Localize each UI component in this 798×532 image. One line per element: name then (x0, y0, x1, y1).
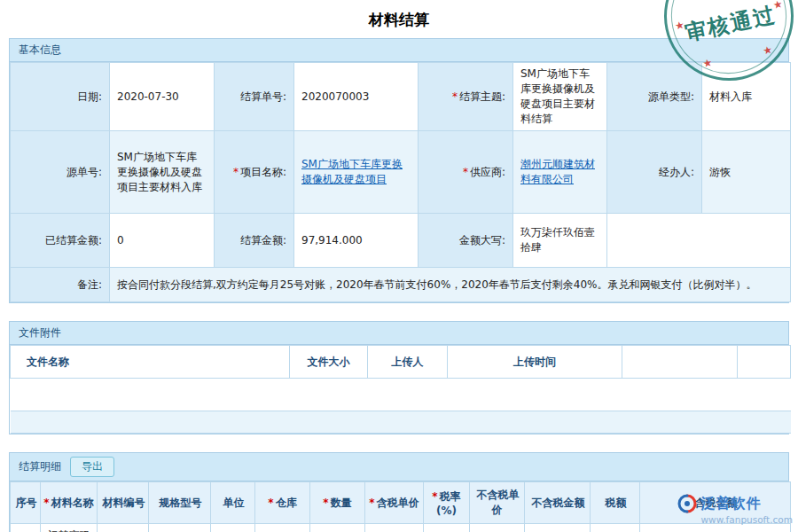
col-header-seq: 序号 (11, 482, 41, 524)
vendor-logo-icon (677, 494, 697, 513)
subject-label: *结算主题: (419, 63, 513, 131)
basic-info-section: 基本信息 日期: 2020-07-30 结算单号: 2020070003 *结算… (9, 38, 789, 303)
settlement-amount-value: 97,914.000 (294, 214, 419, 268)
col-header-uploader: 上传人 (368, 346, 448, 379)
attachments-section-bar: 文件附件 (10, 322, 788, 345)
cell-spec-model: 8610RCK (149, 524, 211, 532)
required-mark: * (452, 90, 458, 103)
subject-value: SM广场地下车库更换摄像机及硬盘项目主要材料结算 (513, 63, 607, 131)
settled-amount-value: 0 (110, 214, 215, 268)
table-row (11, 411, 791, 434)
project-label-text: 项目名称: (240, 166, 286, 178)
attachments-table: 文件名称 文件大小 上传人 上传时间 (10, 345, 791, 434)
col-header-tax-rate: *税率(%) (424, 482, 470, 524)
col-header-price-no-tax: 不含税单价 (470, 482, 525, 524)
supplier-link[interactable]: 潮州元顺建筑材料有限公司 (520, 158, 595, 185)
remark-value: 按合同付款分段结算,双方约定每月25号对账，2020年春节前支付60%，2020… (110, 268, 791, 302)
cell-price-with-tax: 79.00 (365, 524, 424, 532)
table-row: 备注: 按合同付款分段结算,双方约定每月25号对账，2020年春节前支付60%，… (11, 268, 791, 302)
settlement-details-table: 序号 *材料名称 材料编号 规格型号 单位 *仓库 *数量 *含税单价 *税率(… (10, 481, 791, 532)
basic-info-table: 日期: 2020-07-30 结算单号: 2020070003 *结算主题: S… (10, 62, 791, 302)
col-header-material-name: *材料名称 (41, 482, 98, 524)
required-mark: * (268, 497, 273, 509)
page: { "page_title": "材料结算", "icons": { "star… (0, 0, 798, 532)
agent-label: 经办人: (607, 131, 702, 214)
source-no-label: 源单号: (11, 131, 110, 214)
date-value: 2020-07-30 (110, 63, 215, 131)
project-value: SM广场地下车库更换摄像机及硬盘项目 (294, 131, 419, 214)
col-header-spec-model: 规格型号 (149, 482, 211, 524)
remark-label: 备注: (11, 268, 110, 302)
page-title: 材料结算 (0, 0, 798, 38)
required-mark: * (323, 497, 328, 509)
col-header-price-with-tax: *含税单价 (365, 482, 424, 524)
supplier-label-text: 供应商: (470, 166, 505, 178)
settled-amount-label: 已结算金额: (11, 214, 110, 268)
table-row (11, 379, 791, 411)
cell-unit: 个 (211, 524, 255, 532)
required-mark: * (432, 490, 437, 503)
col-header-unit: 单位 (211, 482, 255, 524)
col-header-amount-no-tax: 不含税金额 (525, 482, 591, 524)
date-label: 日期: (11, 63, 110, 131)
empty-cell (607, 214, 791, 268)
settlement-details-section-title: 结算明细 (19, 459, 61, 474)
basic-info-section-title: 基本信息 (19, 43, 61, 58)
basic-info-section-bar: 基本信息 (10, 39, 788, 62)
export-button[interactable]: 导出 (70, 457, 114, 477)
col-header-empty (622, 346, 738, 379)
supplier-label: *供应商: (419, 131, 513, 214)
table-row: 已结算金额: 0 结算金额: 97,914.000 金额大写: 玖万柒仟玖佰壹拾… (11, 214, 791, 268)
cell-seq: 1 (11, 524, 41, 532)
empty-cell (11, 411, 791, 434)
table-row: 日期: 2020-07-30 结算单号: 2020070003 *结算主题: S… (11, 63, 791, 131)
cell-tax-rate: 17.00 (424, 524, 470, 532)
doc-no-label: 结算单号: (215, 63, 294, 131)
cell-price-no-tax: 67.52 (470, 524, 525, 532)
cell-tax-amount (591, 524, 640, 532)
subject-label-text: 结算主题: (459, 90, 505, 103)
vendor-url: www.fanpusoft.com (677, 514, 793, 525)
supplier-value: 潮州元顺建筑材料有限公司 (513, 131, 607, 214)
col-header-file-name: 文件名称 (11, 346, 290, 379)
col-header-tax-amount: 税额 (591, 482, 640, 524)
vendor-watermark: 泛普软件 www.fanpusoft.com (677, 494, 793, 525)
cell-material-code (98, 524, 149, 532)
required-mark: * (369, 497, 374, 509)
required-mark: * (233, 166, 239, 178)
vendor-name: 泛普软件 (700, 495, 761, 513)
source-type-value: 材料入库 (702, 63, 791, 131)
project-link[interactable]: SM广场地下车库更换摄像机及硬盘项目 (301, 158, 403, 185)
amount-words-label: 金额大写: (419, 214, 513, 268)
required-mark: * (43, 497, 49, 509)
attachments-section: 文件附件 文件名称 文件大小 上传人 上传时间 (9, 321, 789, 434)
required-mark: * (463, 166, 468, 178)
col-header-quantity: *数量 (310, 482, 365, 524)
col-header-empty (738, 346, 791, 379)
source-type-label: 源单类型: (607, 63, 702, 131)
attachments-section-title: 文件附件 (19, 325, 61, 340)
table-header-row: 序号 *材料名称 材料编号 规格型号 单位 *仓库 *数量 *含税单价 *税率(… (11, 482, 791, 524)
settlement-details-section: 结算明细 导出 序号 *材料名称 材料编号 规格型号 单位 *仓库 *数量 *含… (9, 452, 789, 532)
settlement-details-section-bar: 结算明细 导出 (10, 453, 788, 481)
col-header-upload-time: 上传时间 (448, 346, 622, 379)
source-no-value: SM广场地下车库更换摄像机及硬盘项目主要材料入库 (110, 131, 215, 214)
cell-material-name: 门禁密码读卡器 (41, 524, 98, 532)
cell-amount-no-tax: 4,456.41 (525, 524, 591, 532)
cell-warehouse: 一号仓库 (255, 524, 310, 532)
agent-value: 游恢 (702, 131, 791, 214)
table-row: 1 门禁密码读卡器 8610RCK 个 一号仓库 66.00 79.00 17.… (11, 524, 791, 532)
empty-cell (11, 379, 791, 411)
table-row: 文件名称 文件大小 上传人 上传时间 (11, 346, 791, 379)
col-header-warehouse: *仓库 (255, 482, 310, 524)
amount-words-value: 玖万柒仟玖佰壹拾肆 (513, 214, 607, 268)
col-header-file-size: 文件大小 (290, 346, 368, 379)
project-label: *项目名称: (215, 131, 294, 214)
table-row: 源单号: SM广场地下车库更换摄像机及硬盘项目主要材料入库 *项目名称: SM广… (11, 131, 791, 214)
col-header-material-code: 材料编号 (98, 482, 149, 524)
doc-no-value: 2020070003 (294, 63, 419, 131)
cell-quantity: 66.00 (310, 524, 365, 532)
settlement-amount-label: 结算金额: (215, 214, 294, 268)
